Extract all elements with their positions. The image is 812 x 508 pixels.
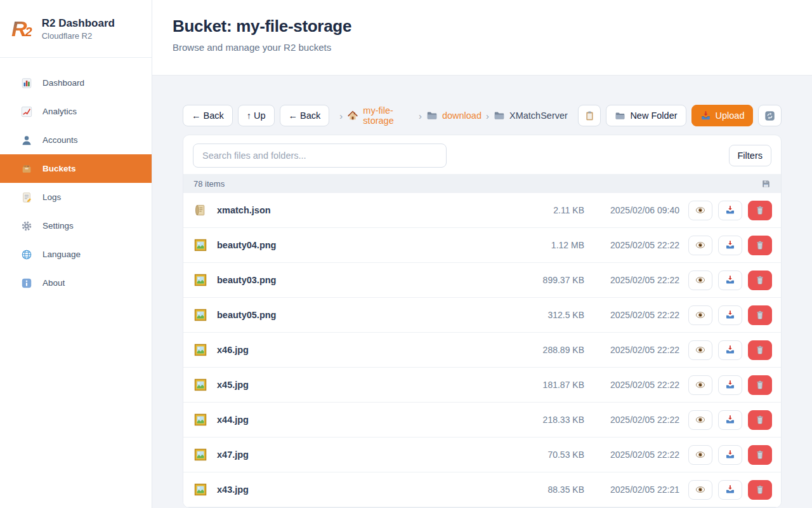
file-date: 2025/02/05 22:22: [597, 240, 679, 250]
sidebar-item-accounts[interactable]: Accounts: [0, 126, 152, 154]
download-button[interactable]: [718, 201, 742, 220]
table-row[interactable]: x43.jpg 88.35 KB 2025/02/05 22:21: [183, 472, 781, 507]
sidebar-item-logs[interactable]: Logs: [0, 183, 152, 211]
download-button[interactable]: [718, 445, 742, 465]
preview-button[interactable]: [688, 305, 712, 325]
delete-button[interactable]: [748, 236, 772, 255]
delete-button[interactable]: [748, 480, 772, 500]
sidebar-item-icon: [21, 249, 32, 260]
download-button[interactable]: [718, 375, 742, 395]
delete-button[interactable]: [748, 271, 772, 290]
sidebar-item-about[interactable]: About: [0, 269, 152, 297]
row-actions: [688, 480, 772, 500]
file-date: 2025/02/06 09:40: [597, 205, 679, 215]
breadcrumb-separator: ›: [486, 110, 489, 121]
table-row[interactable]: beauty05.png 312.5 KB 2025/02/05 22:22: [183, 298, 781, 333]
file-name[interactable]: x45.jpg: [217, 380, 249, 390]
breadcrumb-item[interactable]: › my-file-storage: [339, 105, 414, 126]
breadcrumb-separator: ›: [339, 110, 343, 121]
delete-button[interactable]: [748, 305, 772, 325]
table-row[interactable]: xmatch.json 2.11 KB 2025/02/06 09:40: [183, 193, 781, 228]
sidebar: R2 R2 Dashboard Cloudflare R2 Dashboard …: [0, 0, 152, 508]
eye-icon: [695, 380, 705, 390]
preview-button[interactable]: [688, 340, 712, 360]
table-row[interactable]: x47.jpg 70.53 KB 2025/02/05 22:22: [183, 438, 781, 472]
file-name[interactable]: x46.jpg: [217, 345, 249, 355]
preview-button[interactable]: [688, 445, 712, 465]
new-folder-button[interactable]: New Folder: [606, 105, 686, 126]
sidebar-item-language[interactable]: Language: [0, 240, 152, 269]
breadcrumb-separator: ›: [419, 110, 422, 121]
copy-path-button[interactable]: [578, 105, 601, 126]
table-row[interactable]: beauty03.png 899.37 KB 2025/02/05 22:22: [183, 263, 781, 298]
toolbar: ← Back ↑ Up ← Back › my-file-storage › d…: [173, 105, 792, 126]
sidebar-item-settings[interactable]: Settings: [0, 211, 152, 240]
trash-icon: [755, 415, 765, 425]
download-button[interactable]: [718, 340, 742, 360]
page-title: Bucket: my-file-storage: [173, 17, 792, 36]
app-subtitle: Cloudflare R2: [42, 31, 115, 41]
table-row[interactable]: x45.jpg 181.87 KB 2025/02/05 22:22: [183, 368, 781, 403]
eye-icon: [695, 240, 705, 250]
breadcrumb-item[interactable]: › download: [419, 110, 481, 121]
save-icon[interactable]: [761, 179, 771, 189]
download-button[interactable]: [718, 305, 742, 325]
download-button[interactable]: [718, 236, 742, 255]
search-input[interactable]: [193, 144, 447, 168]
breadcrumb-label[interactable]: XMatchServer: [509, 110, 568, 121]
page-header: Bucket: my-file-storage Browse and manag…: [152, 0, 812, 76]
sidebar-item-icon: [21, 277, 32, 289]
download-tray-icon: [725, 380, 735, 390]
sidebar-item-dashboard[interactable]: Dashboard: [0, 69, 152, 97]
file-name[interactable]: xmatch.json: [217, 205, 271, 215]
delete-button[interactable]: [748, 201, 772, 220]
file-type-icon: [193, 378, 207, 392]
download-button[interactable]: [718, 271, 742, 290]
preview-button[interactable]: [688, 410, 712, 430]
file-size: 70.53 KB: [508, 450, 584, 460]
row-actions: [688, 375, 772, 395]
sidebar-item-label: Analytics: [43, 107, 77, 116]
file-name[interactable]: x43.jpg: [217, 485, 249, 495]
file-date: 2025/02/05 22:22: [597, 275, 679, 285]
table-row[interactable]: x46.jpg 288.89 KB 2025/02/05 22:22: [183, 333, 781, 368]
delete-button[interactable]: [748, 340, 772, 360]
file-name[interactable]: beauty03.png: [217, 275, 276, 285]
sidebar-item-buckets[interactable]: Buckets: [0, 154, 152, 183]
back-button-2[interactable]: ← Back: [280, 105, 330, 126]
trash-icon: [755, 380, 765, 390]
clipboard-icon: [584, 110, 595, 121]
upload-button[interactable]: Upload: [691, 105, 754, 126]
refresh-button[interactable]: [758, 105, 782, 126]
file-name[interactable]: x44.jpg: [217, 415, 249, 425]
app-title: R2 Dashboard: [42, 17, 115, 30]
sidebar-item-icon: [21, 106, 32, 117]
preview-button[interactable]: [688, 271, 712, 290]
preview-button[interactable]: [688, 201, 712, 220]
back-button[interactable]: ← Back: [183, 105, 233, 126]
delete-button[interactable]: [748, 375, 772, 395]
trash-icon: [755, 205, 765, 215]
file-name[interactable]: x47.jpg: [217, 450, 249, 460]
preview-button[interactable]: [688, 236, 712, 255]
breadcrumb-label[interactable]: download: [442, 110, 481, 121]
delete-button[interactable]: [748, 410, 772, 430]
breadcrumb-item[interactable]: › XMatchServer: [486, 110, 568, 121]
preview-button[interactable]: [688, 375, 712, 395]
delete-button[interactable]: [748, 445, 772, 465]
table-row[interactable]: beauty04.png 1.12 MB 2025/02/05 22:22: [183, 228, 781, 263]
main-area: Bucket: my-file-storage Browse and manag…: [152, 0, 812, 508]
breadcrumb-label[interactable]: my-file-storage: [363, 105, 414, 126]
eye-icon: [695, 275, 705, 285]
row-actions: [688, 305, 772, 325]
preview-button[interactable]: [688, 480, 712, 500]
download-button[interactable]: [718, 410, 742, 430]
sidebar-item-analytics[interactable]: Analytics: [0, 97, 152, 126]
table-row[interactable]: x44.jpg 218.33 KB 2025/02/05 22:22: [183, 403, 781, 438]
filters-button[interactable]: Filters: [729, 145, 771, 166]
file-name[interactable]: beauty05.png: [217, 310, 276, 320]
up-button[interactable]: ↑ Up: [238, 105, 275, 126]
sidebar-item-icon: [21, 77, 32, 89]
download-button[interactable]: [718, 480, 742, 500]
file-name[interactable]: beauty04.png: [217, 240, 276, 250]
